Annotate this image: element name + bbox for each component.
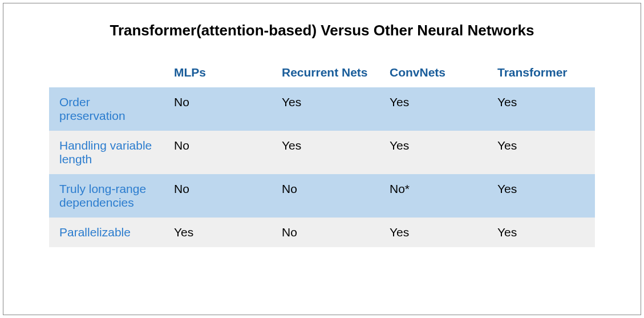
cell: No <box>272 218 379 247</box>
col-head-recurrent: Recurrent Nets <box>272 58 379 87</box>
col-head-mlps: MLPs <box>164 58 272 87</box>
row-label: Handling variable length <box>49 131 164 174</box>
cell: No* <box>379 174 487 218</box>
cell: No <box>272 174 379 218</box>
row-label: Order preservation <box>49 87 164 131</box>
cell: Yes <box>487 131 595 174</box>
table-row: Truly long-range dependencies No No No* … <box>49 174 595 218</box>
cell: Yes <box>379 218 487 247</box>
slide-frame: Transformer(attention-based) Versus Othe… <box>3 3 641 315</box>
col-head-convnets: ConvNets <box>379 58 487 87</box>
row-label: Parallelizable <box>49 218 164 247</box>
cell: No <box>164 131 272 174</box>
table-row: Handling variable length No Yes Yes Yes <box>49 131 595 174</box>
cell: Yes <box>487 87 595 131</box>
cell: No <box>164 174 272 218</box>
table-row: Parallelizable Yes No Yes Yes <box>49 218 595 247</box>
cell: Yes <box>487 218 595 247</box>
table-row: Order preservation No Yes Yes Yes <box>49 87 595 131</box>
header-blank <box>49 58 164 87</box>
cell: Yes <box>487 174 595 218</box>
table-header-row: MLPs Recurrent Nets ConvNets Transformer <box>49 58 595 87</box>
cell: Yes <box>379 131 487 174</box>
cell: Yes <box>164 218 272 247</box>
comparison-table: MLPs Recurrent Nets ConvNets Transformer… <box>49 58 595 247</box>
cell: Yes <box>272 87 379 131</box>
cell: Yes <box>379 87 487 131</box>
cell: Yes <box>272 131 379 174</box>
row-label: Truly long-range dependencies <box>49 174 164 218</box>
cell: No <box>164 87 272 131</box>
page-title: Transformer(attention-based) Versus Othe… <box>49 21 595 41</box>
col-head-transformer: Transformer <box>487 58 595 87</box>
